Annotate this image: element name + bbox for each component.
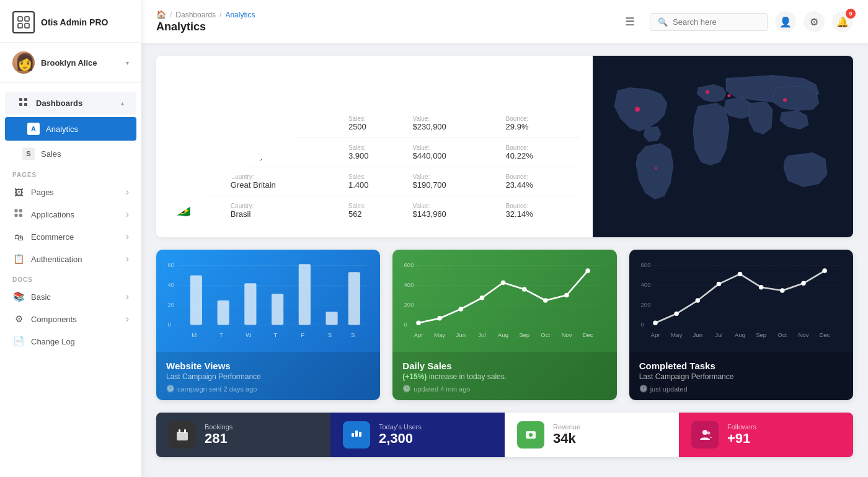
changelog-label: Change Log — [31, 337, 75, 346]
sidebar-item-ecommerce[interactable]: 🛍 Ecommerce — [0, 225, 141, 248]
page-title: Analytics — [156, 20, 255, 33]
pages-label: Pages — [31, 188, 54, 197]
svg-rect-35 — [348, 272, 360, 325]
svg-point-84 — [801, 281, 805, 286]
clock-icon: 🕐 — [639, 385, 648, 393]
users-info: Today's Users 2,300 — [379, 423, 422, 447]
menu-toggle-button[interactable]: ☰ — [625, 15, 635, 28]
table-row: 🇺🇸 Country:United State Sales:2500 Value… — [169, 109, 580, 138]
user-chevron-icon: ▾ — [126, 59, 129, 66]
sidebar-item-basic[interactable]: 📚 Basic — [0, 286, 141, 308]
pages-icon: 🖼 — [12, 187, 25, 198]
svg-text:Aug: Aug — [735, 331, 745, 338]
svg-point-85 — [822, 268, 826, 273]
ecommerce-icon: 🛍 — [12, 232, 25, 242]
svg-rect-3 — [25, 24, 29, 28]
svg-point-80 — [716, 282, 720, 286]
followers-label: Followers — [727, 423, 756, 431]
users-icon — [343, 421, 370, 449]
website-views-time: 🕐 campaign sent 2 days ago — [166, 385, 370, 393]
sidebar-item-applications[interactable]: Applications — [0, 203, 141, 225]
svg-rect-11 — [19, 214, 22, 217]
svg-rect-98 — [352, 433, 354, 437]
revenue-icon — [517, 421, 544, 449]
completed-tasks-card: 600 400 200 0 — [629, 250, 853, 400]
sales-icon: S — [22, 147, 35, 160]
analytics-label: Analytics — [46, 125, 78, 134]
svg-rect-8 — [14, 209, 17, 212]
svg-text:400: 400 — [404, 281, 414, 288]
breadcrumb-analytics[interactable]: Analytics — [225, 11, 255, 19]
app-title: Otis Admin PRO — [41, 17, 108, 27]
components-icon: ⚙ — [12, 313, 25, 325]
completed-tasks-chart: 600 400 200 0 — [629, 250, 853, 352]
bookings-info: Bookings 281 — [205, 423, 232, 447]
basic-icon: 📚 — [12, 291, 25, 302]
basic-label: Basic — [31, 292, 51, 302]
svg-point-19 — [623, 146, 624, 147]
notifications-button[interactable]: 🔔 — [832, 11, 853, 32]
settings-button[interactable]: ⚙ — [804, 11, 825, 32]
authentication-icon: 📋 — [12, 253, 25, 265]
clock-icon: 🕐 — [166, 385, 175, 393]
svg-rect-95 — [177, 432, 188, 440]
country-name: Great Britain — [231, 180, 339, 190]
revenue-value: $143,960 — [413, 209, 496, 219]
sales-value: 3.900 — [348, 151, 403, 160]
svg-text:Sep: Sep — [519, 331, 529, 338]
dashboards-chevron-icon: ▴ — [121, 100, 124, 107]
svg-text:200: 200 — [640, 301, 650, 308]
bounce-value: 32.14% — [506, 209, 575, 219]
svg-text:200: 200 — [404, 301, 414, 308]
charts-row: 60 40 20 0 — [156, 250, 853, 400]
country-name: United State — [231, 122, 339, 131]
stat-today-users: Today's Users 2,300 — [330, 413, 505, 457]
bookings-icon — [169, 421, 196, 449]
sidebar-nav: Dashboards ▴ A Analytics S Sales PAGES 🖼… — [0, 83, 141, 477]
completed-tasks-subtitle: Last Campaign Performance — [639, 372, 843, 381]
sales-table: 🇺🇸 Country:United State Sales:2500 Value… — [169, 109, 580, 225]
svg-point-83 — [780, 288, 784, 292]
home-icon: 🏠 — [156, 10, 166, 19]
sidebar-item-changelog[interactable]: 📄 Change Log — [0, 330, 141, 352]
flag-icon: 🇬🇧 — [174, 173, 190, 189]
logo-icon — [12, 11, 35, 33]
svg-text:Jul: Jul — [715, 331, 722, 338]
website-views-footer: Website Views Last Campaign Performance … — [156, 352, 380, 400]
sidebar-item-components[interactable]: ⚙ Components — [0, 308, 141, 330]
revenue-value: $230,900 — [413, 122, 496, 131]
breadcrumb: 🏠 / Dashboards / Analytics Analytics — [156, 10, 610, 33]
sidebar-item-sales[interactable]: S Sales — [0, 142, 141, 165]
users-value: 2,300 — [379, 431, 413, 446]
clock-icon: 🕐 — [402, 385, 411, 393]
svg-rect-9 — [19, 209, 22, 212]
bookings-value: 281 — [205, 431, 228, 446]
sidebar-item-analytics[interactable]: A Analytics — [5, 117, 136, 141]
revenue-value: $190,700 — [413, 180, 496, 190]
stat-bookings: Bookings 281 — [156, 413, 330, 457]
sidebar-item-pages[interactable]: 🖼 Pages — [0, 181, 141, 203]
changelog-icon: 📄 — [12, 336, 25, 347]
website-views-title: Website Views — [166, 361, 370, 371]
content-area: 🌐 Sales by Country 🇺🇸 Country:United Sta… — [141, 43, 868, 477]
sidebar-user[interactable]: Brooklyn Alice ▾ — [0, 43, 141, 83]
components-label: Components — [31, 315, 77, 324]
svg-text:Jul: Jul — [479, 331, 486, 338]
search-input[interactable] — [673, 17, 760, 27]
stat-followers: Followers +91 — [679, 413, 853, 457]
svg-rect-7 — [24, 103, 27, 106]
sidebar-item-dashboards[interactable]: Dashboards ▴ — [5, 92, 136, 115]
sidebar-item-authentication[interactable]: 📋 Authentication — [0, 248, 141, 270]
svg-text:Apr: Apr — [650, 331, 660, 338]
breadcrumb-dashboards[interactable]: Dashboards — [175, 11, 216, 19]
svg-rect-31 — [244, 283, 256, 325]
daily-sales-title: Daily Sales — [402, 361, 606, 371]
daily-sales-chart: 600 400 200 0 — [392, 250, 616, 352]
header: 🏠 / Dashboards / Analytics Analytics ☰ 🔍… — [141, 0, 868, 43]
sidebar: Otis Admin PRO Brooklyn Alice ▾ Dashboar… — [0, 0, 141, 477]
search-box[interactable]: 🔍 — [650, 13, 768, 31]
svg-text:Apr: Apr — [414, 331, 424, 338]
user-profile-button[interactable]: 👤 — [775, 11, 796, 32]
country-name: Germany — [231, 151, 339, 160]
svg-text:F: F — [301, 331, 304, 338]
